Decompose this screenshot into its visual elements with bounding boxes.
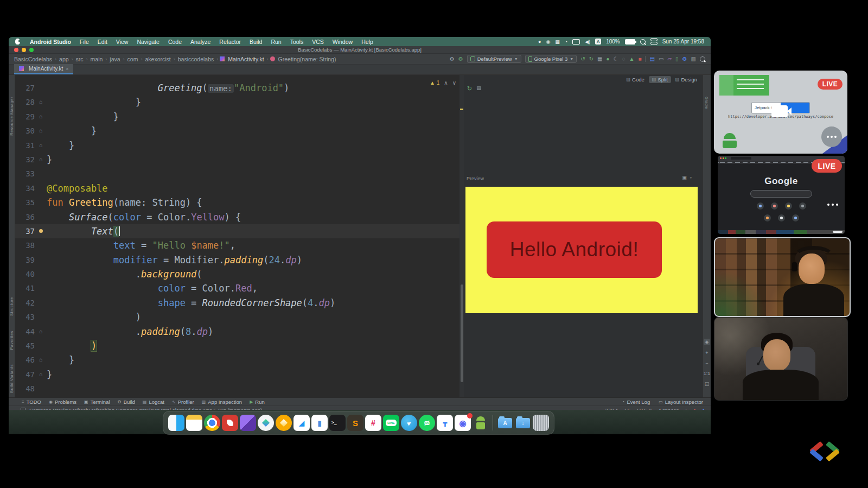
toolbar-run-3-icon[interactable]: ● [607, 56, 610, 62]
breadcrumb-com[interactable]: com [126, 56, 139, 62]
toolbar-tool-0-icon[interactable]: ▤ [649, 56, 654, 62]
toolbar-build-0-icon[interactable]: ⚙ [450, 56, 455, 62]
view-mode-split[interactable]: ▤Split [649, 76, 671, 83]
code-line-31[interactable]: 31⌂} [15, 138, 464, 153]
menu-vcs[interactable]: VCS [308, 39, 328, 45]
code-line-44[interactable]: 44⌂.padding(8.dp) [15, 325, 464, 339]
toolwindow-terminal[interactable]: ▣Terminal [84, 399, 110, 405]
search-everywhere-icon[interactable] [700, 56, 705, 62]
dock-chrome-icon[interactable] [204, 415, 220, 431]
clock-icon[interactable]: ◔ [565, 39, 567, 45]
toolbar-run-4-icon[interactable]: ☾ [614, 56, 618, 62]
menu-code[interactable]: Code [164, 39, 186, 45]
breadcrumb-basiccodelabs[interactable]: BasicCodelabs [13, 56, 53, 62]
code-line-45[interactable]: 45) [15, 339, 464, 353]
zoom-control-3[interactable]: ◱ [705, 381, 710, 386]
toolwindow-event-log[interactable]: ◔Event Log [622, 399, 650, 405]
dock-finder-icon[interactable] [168, 415, 184, 431]
scrollbar-thumb[interactable] [461, 284, 463, 382]
breadcrumb-file[interactable]: MainActivity.kt [227, 56, 265, 62]
toolbar-run-0-icon[interactable]: ↺ [580, 56, 585, 62]
toolbar-tool-1-icon[interactable]: ▭ [659, 56, 663, 62]
code-line-33[interactable]: 33 [15, 167, 464, 181]
menu-run[interactable]: Run [266, 39, 285, 45]
toolbar-tool-5-icon[interactable]: ▥ [691, 56, 696, 62]
code-line-39[interactable]: 39modifier = Modifier.padding(24.dp) [15, 253, 464, 267]
toolbar-run-5-icon[interactable]: ◌ [622, 56, 626, 62]
dock-discord-icon[interactable]: ◉ [455, 415, 471, 431]
toolwindow-build[interactable]: ⚙Build [118, 399, 135, 405]
sidebar-item-build-variants[interactable]: Build Variants [9, 364, 14, 393]
zoom-control-0[interactable]: + [705, 350, 708, 356]
menu-build[interactable]: Build [245, 39, 266, 45]
record-indicator-icon[interactable]: ● [538, 39, 541, 45]
view-mode-code[interactable]: ▤Code [623, 76, 648, 83]
toolwindow-logcat[interactable]: ▤Logcat [143, 399, 164, 405]
display-mirroring-icon[interactable] [572, 39, 580, 45]
dock-android-studio-icon[interactable] [258, 415, 274, 431]
dock-notes-icon[interactable] [186, 415, 202, 431]
code-line-32[interactable]: 32⌂} [15, 153, 464, 167]
menu-bar-clock[interactable]: Sun 25 Apr 19:58 [662, 39, 704, 45]
dock-telegram-icon[interactable]: ▸ [401, 415, 417, 431]
dock-folder-apps-icon[interactable]: A [497, 415, 513, 431]
dock-keynote-icon[interactable]: ┳ [437, 415, 453, 431]
warning-badge[interactable]: ▲ 1 [430, 80, 439, 86]
toolbar-tool-3-icon[interactable]: ▯ [675, 56, 679, 62]
code-line-40[interactable]: 40.background( [15, 267, 464, 281]
volume-icon[interactable]: ◀) [585, 39, 590, 45]
code-line-46[interactable]: 46⌂} [15, 353, 464, 367]
refresh-preview-icon[interactable]: ↻ [467, 85, 472, 92]
toolbar-tool-4-icon[interactable]: ⚙ [682, 56, 687, 62]
toolwindow-todo[interactable]: ≡TODO [22, 399, 41, 405]
menu-view[interactable]: View [112, 39, 133, 45]
code-line-41[interactable]: 41color = Color.Red, [15, 281, 464, 295]
code-line-29[interactable]: 29⌂} [15, 110, 464, 124]
menu-file[interactable]: File [75, 39, 93, 45]
code-line-27[interactable]: 27Greeting(name:"Android") [15, 81, 464, 95]
dock-android-studio-canary-icon[interactable] [276, 415, 292, 431]
dock-red-app-icon[interactable] [222, 415, 238, 431]
toolbar-run-1-icon[interactable]: ↻ [589, 56, 593, 62]
sidebar-item-structure[interactable]: Structure [9, 297, 14, 316]
dock-slack-icon[interactable]: # [365, 415, 381, 431]
code-line-30[interactable]: 30⌂} [15, 124, 464, 138]
menu-help[interactable]: Help [357, 39, 378, 45]
breadcrumb-main[interactable]: main [90, 56, 104, 62]
menu-android-studio[interactable]: Android Studio [25, 39, 75, 45]
dock-android-sdk-icon[interactable] [473, 415, 489, 431]
menu-tools[interactable]: Tools [286, 39, 308, 45]
menu-navigate[interactable]: Navigate [132, 39, 163, 45]
menu-refactor[interactable]: Refactor [215, 39, 245, 45]
window-title-bar[interactable]: BasicCodelabs — MainActivity.kt [BasicCo… [9, 46, 711, 54]
close-tab-icon[interactable]: × [66, 66, 68, 72]
dock-spotify-icon[interactable]: ≋ [419, 415, 435, 431]
battery-icon[interactable] [625, 39, 635, 45]
code-line-38[interactable]: 38text = "Hello $name!", [15, 238, 464, 252]
apple-menu-icon[interactable] [15, 39, 20, 45]
code-line-28[interactable]: 28⌂} [15, 95, 464, 109]
toolwindow-app-inspection[interactable]: ▥App Inspection [202, 399, 242, 405]
sidebar-item-gradle[interactable]: Gradle [704, 97, 709, 109]
prev-warning-icon[interactable]: ∧ [444, 80, 448, 86]
toolwindow-profiler[interactable]: ∿Profiler [172, 399, 194, 405]
dock-terminal-icon[interactable]: >_ [329, 415, 346, 431]
code-line-34[interactable]: 34@Composable [15, 181, 464, 195]
breadcrumb-akexorcist[interactable]: akexorcist [144, 56, 171, 62]
screen-record-icon[interactable]: ◉ [546, 39, 550, 45]
breadcrumb-src[interactable]: src [75, 56, 85, 62]
input-source-icon[interactable]: A [595, 39, 601, 45]
toolwindow-problems[interactable]: ◉Problems [49, 399, 76, 405]
code-line-35[interactable]: 35fun Greeting(name: String) { [15, 195, 464, 210]
view-mode-design[interactable]: ▤Design [672, 76, 700, 83]
code-line-36[interactable]: 36Surface(color = Color.Yellow) { [15, 210, 464, 224]
toolwindow-run[interactable]: ▶Run [250, 399, 265, 405]
dock-sublime-text-icon[interactable]: S [347, 415, 363, 431]
tab-mainactivity[interactable]: MainActivity.kt × [14, 64, 73, 74]
code-editor[interactable]: 27Greeting(name:"Android")28⌂}29⌂}30⌂}31… [15, 75, 464, 397]
code-line-48[interactable]: 48 [15, 382, 464, 396]
zoom-control-1[interactable]: − [705, 360, 708, 366]
breadcrumb-app[interactable]: app [58, 56, 70, 62]
code-line-43[interactable]: 43) [15, 310, 464, 324]
dock-affinity-icon[interactable] [240, 415, 256, 431]
